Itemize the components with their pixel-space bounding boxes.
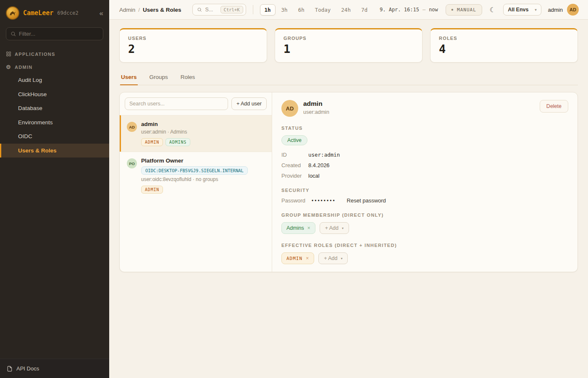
time-range-group: 1h 3h 6h Today 24h 7d	[260, 4, 372, 16]
add-group-button[interactable]: + Add ▾	[320, 222, 349, 234]
status-badge: Active	[281, 135, 307, 145]
sidebar-filter[interactable]	[6, 27, 103, 40]
app-instance-id: 69dcce2	[57, 10, 79, 16]
topbar-divider	[253, 5, 253, 14]
dark-mode-toggle[interactable]: ☾	[487, 4, 498, 16]
tab-roles[interactable]: Roles	[180, 70, 196, 85]
refresh-mode-label: MANUAL	[457, 7, 476, 13]
avatar: PO	[127, 158, 137, 168]
stat-value: 4	[439, 42, 569, 55]
field-label: Provider	[281, 173, 308, 179]
breadcrumb: Admin / Users & Roles	[119, 7, 181, 13]
stat-card-groups: GROUPS 1	[275, 28, 423, 63]
stat-label: ROLES	[439, 36, 569, 41]
breadcrumb-current: Users & Roles	[143, 7, 181, 13]
stat-value: 2	[128, 42, 258, 55]
detail-identity: admin user:admin	[303, 100, 329, 115]
apps-grid-icon	[6, 51, 11, 57]
sidebar-item-clickhouse[interactable]: ClickHouse	[0, 87, 109, 102]
breadcrumb-admin-link[interactable]: Admin	[119, 7, 135, 13]
sidebar-logo-row: CameLeer 69dcce2 «	[0, 0, 109, 25]
range-button-6h[interactable]: 6h	[294, 4, 309, 16]
environment-selector[interactable]: All Envs ▾	[503, 4, 541, 16]
sidebar-section-admin[interactable]: ⚙ ADMIN	[0, 60, 109, 73]
user-name: Platform Owner	[141, 158, 248, 164]
global-search[interactable]: Ctrl+K	[192, 4, 246, 16]
api-docs-link[interactable]: API Docs	[0, 359, 109, 378]
range-button-3h[interactable]: 3h	[277, 4, 292, 16]
list-item-admin[interactable]: AD admin user:admin · Admins ADMIN ADMIN…	[120, 115, 272, 152]
field-label: ID	[281, 152, 308, 158]
add-role-label: + Add	[324, 255, 337, 261]
chevron-down-icon: ▾	[341, 257, 342, 260]
stat-card-roles: ROLES 4	[430, 28, 578, 63]
sidebar-item-oidc[interactable]: OIDC	[0, 129, 109, 144]
group-chip-row: Admins × + Add ▾	[281, 222, 568, 234]
remove-chip-icon[interactable]: ×	[306, 255, 309, 261]
stats-row: USERS 2 GROUPS 1 ROLES 4	[119, 28, 578, 63]
refresh-mode-button[interactable]: ● MANUAL	[446, 4, 482, 16]
detail-header: AD admin user:admin Delete	[281, 100, 568, 117]
remove-chip-icon[interactable]: ×	[307, 225, 310, 231]
user-name: admin	[141, 121, 190, 127]
range-button-today[interactable]: Today	[310, 4, 336, 16]
role-chip-admin: ADMIN ×	[281, 252, 314, 264]
password-row: Password •••••••• Reset password	[281, 197, 568, 204]
sidebar-filter-input[interactable]	[19, 31, 99, 37]
field-value: local	[308, 173, 320, 179]
range-button-24h[interactable]: 24h	[336, 4, 355, 16]
chip-label: Admins	[286, 225, 304, 231]
list-item-platform-owner[interactable]: PO Platform Owner OIDC:DESKTOP-FB5VGJ9.S…	[120, 152, 272, 199]
sidebar-item-users-roles[interactable]: Users & Roles	[0, 144, 109, 158]
avatar: AD	[127, 122, 137, 132]
add-user-button[interactable]: + Add user	[231, 97, 267, 110]
stat-value: 1	[284, 42, 414, 55]
sidebar-item-audit-log[interactable]: Audit Log	[0, 73, 109, 87]
group-chip-admins: Admins ×	[281, 222, 315, 234]
stat-label: GROUPS	[284, 36, 414, 41]
badge-row: ADMIN	[141, 186, 248, 194]
user-item-body: admin user:admin · Admins ADMIN ADMINS	[141, 121, 190, 146]
user-subtitle: user:admin · Admins	[141, 129, 190, 135]
time-range-display[interactable]: 9. Apr. 16:15 — now	[380, 7, 438, 13]
document-icon	[7, 366, 13, 372]
add-role-button[interactable]: + Add ▾	[318, 252, 348, 264]
user-detail-panel: AD admin user:admin Delete STATUS Active…	[272, 92, 578, 272]
sidebar-section-applications[interactable]: APPLICATIONS	[0, 47, 109, 60]
chip-label: ADMIN	[286, 256, 302, 261]
time-from: 9. Apr. 16:15	[380, 7, 419, 13]
field-value: 8.4.2026	[308, 162, 330, 168]
tab-users[interactable]: Users	[120, 70, 138, 85]
detail-user-id: user:admin	[303, 109, 329, 115]
environment-selector-value: All Envs	[508, 7, 528, 13]
global-search-input[interactable]	[205, 7, 217, 13]
page-content: USERS 2 GROUPS 1 ROLES 4 Users Groups Ro…	[109, 20, 588, 378]
detail-fields: ID user:admin Created 8.4.2026 Provider …	[281, 152, 568, 179]
sidebar-item-database[interactable]: Database	[0, 101, 109, 116]
search-users-input[interactable]	[125, 97, 228, 110]
breadcrumb-separator: /	[138, 7, 140, 13]
role-badge: ADMIN	[141, 138, 163, 146]
security-heading: SECURITY	[281, 188, 568, 193]
collapse-sidebar-button[interactable]: «	[100, 10, 103, 17]
avatar[interactable]: AD	[567, 4, 579, 16]
field-provider: Provider local	[281, 173, 568, 179]
reset-password-link[interactable]: Reset password	[347, 197, 386, 204]
group-badge: ADMINS	[165, 138, 190, 146]
range-button-1h[interactable]: 1h	[260, 4, 276, 16]
gear-icon: ⚙	[6, 64, 11, 70]
camel-logo-icon	[6, 6, 19, 20]
sidebar-item-environments[interactable]: Environments	[0, 116, 109, 130]
delete-user-button[interactable]: Delete	[540, 100, 568, 113]
chevron-down-icon: ▾	[342, 226, 344, 230]
oidc-issuer-badge: OIDC:DESKTOP-FB5VGJ9.SIEGELN.INTERNAL	[141, 166, 248, 175]
tab-groups[interactable]: Groups	[149, 70, 169, 85]
role-badge: ADMIN	[141, 186, 163, 194]
range-button-7d[interactable]: 7d	[357, 4, 372, 16]
users-panel: + Add user AD admin user:admin · Admins …	[119, 92, 578, 272]
stat-card-users: USERS 2	[119, 28, 267, 63]
status-dot-icon: ●	[452, 8, 454, 11]
moon-icon: ☾	[490, 6, 496, 13]
user-item-body: Platform Owner OIDC:DESKTOP-FB5VGJ9.SIEG…	[141, 158, 248, 194]
search-icon	[197, 7, 202, 12]
